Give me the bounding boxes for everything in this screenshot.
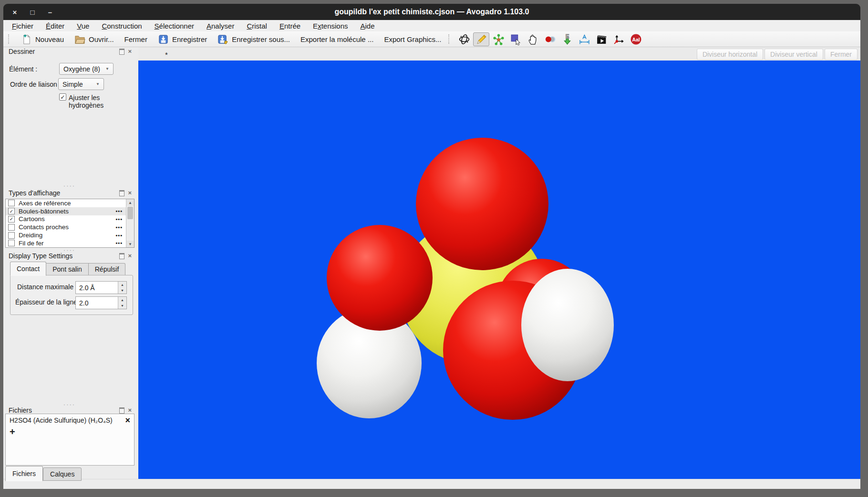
navigate-tool-icon [458, 33, 470, 45]
menu-editer[interactable]: Éditer [46, 22, 64, 30]
menu-aide[interactable]: Aide [361, 22, 375, 30]
display-type-checkbox[interactable] [8, 200, 15, 206]
add-file-button[interactable]: + [10, 427, 15, 436]
measure-tool-icon [579, 33, 590, 45]
max-distance-label: Distance maximale : [17, 283, 77, 291]
spinbox-arrows[interactable]: ▲ ▼ [118, 282, 126, 294]
element-combobox[interactable]: Oxygène (8) ▼ [59, 63, 114, 75]
exporter-la-molecule-button[interactable]: Exporter la molécule ... [295, 32, 379, 46]
enregistrer-button[interactable]: Enregistrer [153, 32, 212, 46]
menu-analyser[interactable]: Analyser [207, 22, 234, 30]
measure-tool-button[interactable] [576, 32, 592, 46]
display-type-checkbox[interactable] [8, 240, 15, 246]
template-tool-icon [493, 33, 505, 45]
save-icon [158, 34, 169, 45]
close-panel-icon[interactable]: × [128, 191, 132, 195]
animation-tool-button[interactable] [593, 32, 610, 46]
nouveau-button[interactable]: Nouveau [16, 32, 69, 46]
select-tool-icon [510, 33, 522, 45]
menu-construction[interactable]: Construction [102, 22, 142, 30]
bottom-tab-fichiers[interactable]: Fichiers [5, 466, 43, 481]
template-tool-button[interactable] [490, 32, 506, 46]
close-panel-icon[interactable]: × [128, 254, 132, 258]
diviseur-horizontal-button[interactable]: Diviseur horizontal [697, 49, 763, 60]
select-tool-button[interactable] [507, 32, 524, 46]
max-distance-spinbox[interactable]: 2.0 Å ▲ ▼ [75, 281, 127, 294]
open-folder-icon [74, 34, 85, 45]
float-panel-icon[interactable] [119, 253, 124, 259]
window-body: FichierÉditerVueConstructionSélectionner… [3, 20, 860, 489]
chevron-down-icon: ▼ [103, 67, 109, 71]
display-type-row-cartoons[interactable]: ✓Cartoons••• [6, 215, 126, 223]
toolbar-drag-handle[interactable] [8, 34, 12, 44]
display-type-row-contacts-proches[interactable]: Contacts proches••• [6, 223, 126, 231]
display-type-label: Dreiding [19, 232, 42, 239]
menu-entree[interactable]: Entrée [279, 22, 300, 30]
scroll-down-icon[interactable]: ▼ [126, 241, 134, 247]
bond-order-combobox[interactable]: Simple ▼ [58, 78, 104, 90]
tab-contact[interactable]: Contact [10, 262, 46, 276]
statusbar [3, 479, 860, 489]
menu-extensions[interactable]: Extensions [313, 22, 348, 30]
close-panel-icon[interactable]: × [128, 408, 132, 413]
display-type-checkbox[interactable]: ✓ [8, 216, 15, 223]
file-list-item[interactable]: H2SO4 (Acide Sulfurique) (H₂O₄S) × [6, 414, 134, 426]
menu-vue[interactable]: Vue [77, 22, 89, 30]
menu-cristal[interactable]: Cristal [247, 22, 267, 30]
scroll-up-icon[interactable]: ▲ [126, 199, 134, 206]
file-name: H2SO4 (Acide Sulfurique) (H₂O₄S) [10, 416, 113, 424]
spin-up-icon[interactable]: ▲ [118, 297, 126, 303]
ouvrir-button[interactable]: Ouvrir... [69, 32, 119, 46]
float-panel-icon[interactable] [119, 190, 124, 196]
fermer-button[interactable]: Fermer [825, 49, 858, 60]
row-menu-icon[interactable]: ••• [115, 240, 123, 246]
axes-tool-icon [613, 33, 625, 45]
fermer-button[interactable]: Fermer [119, 32, 153, 46]
draw-tool-button[interactable] [473, 32, 489, 46]
row-menu-icon[interactable]: ••• [115, 216, 123, 222]
spin-down-icon[interactable]: ▼ [118, 288, 126, 294]
import-fragment-tool-button[interactable] [559, 32, 575, 46]
display-type-row-dreiding[interactable]: Dreiding••• [6, 231, 126, 239]
menu-selectionner[interactable]: Sélectionner [155, 22, 194, 30]
tab-repulsif[interactable]: Répulsif [89, 263, 126, 275]
spin-up-icon[interactable]: ▲ [118, 282, 126, 288]
close-file-icon[interactable]: × [125, 416, 130, 424]
display-type-row-axes-de-reference[interactable]: Axes de référence [6, 199, 126, 207]
viewport-tabstrip: * Diviseur horizontalDiviseur verticalFe… [138, 47, 860, 61]
label-tool-button[interactable] [628, 32, 644, 46]
row-menu-icon[interactable]: ••• [115, 224, 123, 230]
draw-panel-title: Dessiner [9, 48, 35, 55]
spinbox-arrows[interactable]: ▲ ▼ [118, 297, 126, 309]
manipulate-tool-button[interactable] [525, 32, 541, 46]
float-panel-icon[interactable] [119, 407, 124, 414]
adjust-hydrogens-checkbox[interactable]: ✓ [59, 93, 66, 101]
enregistrer-sous-button[interactable]: Enregistrer sous... [212, 32, 295, 46]
viewport-3d[interactable] [138, 61, 860, 479]
row-menu-icon[interactable]: ••• [115, 233, 123, 238]
scrollbar-thumb[interactable] [127, 207, 133, 219]
display-type-checkbox[interactable]: ✓ [8, 208, 15, 214]
toolbar-button-label: Fermer [124, 35, 147, 43]
tab-pont-salin[interactable]: Pont salin [46, 263, 88, 275]
diviseur-vertical-button[interactable]: Diviseur vertical [765, 49, 823, 60]
bond-centric-tool-button[interactable] [542, 32, 558, 46]
line-width-spinbox[interactable]: 2.0 ▲ ▼ [75, 296, 127, 309]
float-panel-icon[interactable] [119, 49, 124, 55]
display-type-checkbox[interactable] [8, 232, 15, 239]
scrollbar[interactable]: ▲ ▼ [126, 199, 134, 247]
align-tool-button[interactable] [610, 32, 627, 46]
export-graphics-button[interactable]: Export Graphics... [379, 32, 446, 46]
row-menu-icon[interactable]: ••• [115, 208, 123, 214]
toolbar-drag-handle-2[interactable] [448, 34, 452, 44]
display-type-checkbox[interactable] [8, 224, 15, 231]
display-type-row-boules-batonnets[interactable]: ✓Boules-bâtonnets••• [6, 207, 126, 215]
bottom-tab-calques[interactable]: Calques [43, 467, 82, 481]
close-panel-icon[interactable]: × [128, 49, 132, 54]
navigate-tool-button[interactable] [456, 32, 472, 46]
panel-splitter[interactable]: ···· [3, 184, 135, 187]
menu-fichier[interactable]: Fichier [12, 22, 33, 30]
spin-down-icon[interactable]: ▼ [118, 303, 126, 309]
display-type-label: Fil de fer [19, 240, 44, 247]
titlebar[interactable]: ×□– goupildb l'ex petit chimiste.cjson —… [3, 4, 860, 20]
